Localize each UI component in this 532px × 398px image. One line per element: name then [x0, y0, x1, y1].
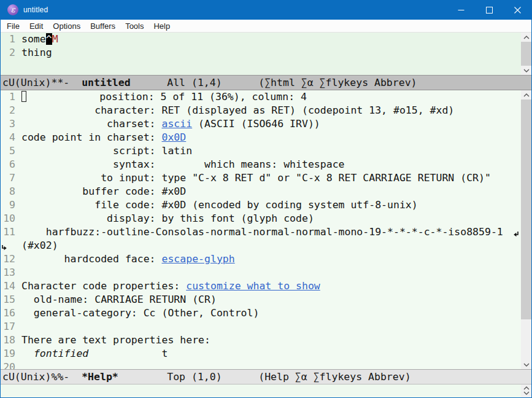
line-number: 2	[1, 46, 21, 60]
text-segment: some	[21, 33, 46, 45]
buffer-line[interactable]: 14Character code properties: customize w…	[1, 279, 521, 293]
buffer-line[interactable]: 8 buffer code: #x0D	[1, 185, 521, 198]
buffer-line[interactable]: 15 old-name: CARRIAGE RETURN (CR)	[1, 293, 521, 306]
menu-edit[interactable]: Edit	[25, 21, 48, 31]
text-segment: old-name: CARRIAGE RETURN (CR)	[21, 294, 217, 305]
menu-options[interactable]: Options	[48, 21, 85, 31]
scrollbar-minibuffer[interactable]	[521, 384, 531, 397]
window-title: untitled	[23, 6, 48, 14]
modeline-segment: Top (1,0)	[167, 371, 222, 383]
text-segment: syntax: which means: whitespace	[21, 158, 345, 170]
buffer-name: untitled	[82, 77, 130, 88]
text-segment: script: latin	[21, 145, 192, 157]
line-number: 4	[1, 131, 21, 144]
maximize-button[interactable]	[475, 0, 503, 20]
modeline-untitled[interactable]: cU(Unix)**- untitled All (1,4) (∑html ∑α…	[1, 75, 531, 90]
line-number: 12	[1, 252, 21, 266]
close-button[interactable]	[503, 0, 531, 20]
text-segment: thing	[21, 47, 52, 58]
buffer-line[interactable]: 11 harfbuzz:-outline-Consolas-normal-nor…	[1, 225, 521, 239]
echo-area[interactable]	[1, 384, 531, 397]
line-number: 18	[1, 334, 21, 347]
buffer-line[interactable]: 13	[1, 266, 521, 279]
line-number: 9	[1, 198, 21, 212]
minimize-button[interactable]	[447, 0, 475, 20]
text-segment: (ASCII (ISO646 IRV))	[192, 118, 320, 130]
scrollbar-help[interactable]	[521, 90, 531, 369]
scroll-down-icon[interactable]	[521, 360, 531, 369]
text-segment: (#x02)	[21, 240, 58, 251]
minibuffer-text[interactable]	[1, 384, 521, 397]
modeline-segment: cU(Unix)**-	[2, 77, 82, 88]
titlebar[interactable]: ε untitled	[1, 0, 531, 20]
buffer-line[interactable]: 20	[1, 361, 521, 369]
buffer-untitled-text[interactable]: 1some^M2thing	[1, 33, 521, 75]
help-link[interactable]: 0x0D	[161, 131, 186, 143]
help-link[interactable]: customize what to show	[186, 280, 320, 292]
text-segment: harfbuzz:-outline-Consolas-normal-normal…	[21, 226, 503, 238]
line-number: 13	[1, 266, 21, 279]
buffer-line[interactable]: 2 character: RET (displayed as RET) (cod…	[1, 104, 521, 117]
line-number: 5	[1, 144, 21, 158]
text-segment: position: 5 of 11 (36%), column: 4	[26, 91, 307, 103]
text-segment: code point in charset:	[21, 131, 161, 143]
window-controls	[447, 0, 531, 20]
buffer-line[interactable]: 5 script: latin	[1, 144, 521, 158]
line-number: 1	[1, 90, 21, 104]
window-help[interactable]: 1 position: 5 of 11 (36%), column: 42 ch…	[1, 90, 531, 369]
scroll-up-icon[interactable]	[521, 33, 531, 42]
buffer-line[interactable]: (#x02)	[1, 239, 521, 252]
text-segment: t	[88, 348, 168, 359]
scroll-down-icon[interactable]	[521, 66, 531, 75]
buffer-help-text[interactable]: 1 position: 5 of 11 (36%), column: 42 ch…	[1, 90, 521, 369]
buffer-line[interactable]: 16 general-category: Cc (Other, Control)	[1, 306, 521, 320]
text-segment: general-category: Cc (Other, Control)	[21, 307, 259, 319]
modeline-segment: (∑html ∑α ∑flykeys Abbrev)	[258, 77, 417, 88]
menu-file[interactable]: File	[2, 21, 25, 31]
buffer-name: *Help*	[82, 371, 118, 383]
buffer-line[interactable]: 9 file code: #x0D (encoded by coding sys…	[1, 198, 521, 212]
buffer-line[interactable]: 3 charset: ascii (ASCII (ISO646 IRV))	[1, 117, 521, 131]
line-number: 15	[1, 293, 21, 306]
buffer-line[interactable]: 7 to input: type "C-x 8 RET d" or "C-x 8…	[1, 171, 521, 185]
buffer-line[interactable]: 12 hardcoded face: escape-glyph	[1, 252, 521, 266]
escape-glyph-char: M	[52, 33, 58, 45]
buffer-line[interactable]: 6 syntax: which means: whitespace	[1, 158, 521, 171]
menu-tools[interactable]: Tools	[120, 21, 148, 31]
line-number: 2	[1, 104, 21, 117]
text-segment: to input: type "C-x 8 RET d" or "C-x 8 R…	[21, 172, 491, 184]
modeline-segment: (Help ∑α ∑flykeys Abbrev)	[258, 371, 411, 383]
modeline-help[interactable]: cU(Unix)%%- *Help* Top (1,0) (Help ∑α ∑f…	[1, 369, 531, 384]
window-untitled[interactable]: 1some^M2thing	[1, 33, 531, 75]
modeline-segment	[131, 77, 168, 88]
line-number: 1	[1, 33, 21, 46]
buffer-line[interactable]: 4code point in charset: 0x0D	[1, 131, 521, 144]
buffer-line[interactable]: 10 display: by this font (glyph code)	[1, 212, 521, 225]
buffer-line[interactable]: 17	[1, 320, 521, 334]
line-number: 6	[1, 158, 21, 171]
buffer-line[interactable]: 18There are text properties here:	[1, 334, 521, 347]
scrollbar-thumb[interactable]	[521, 99, 531, 319]
buffer-line[interactable]: 1some^M	[1, 33, 521, 46]
text-segment: Character code properties:	[21, 280, 186, 292]
line-number: 10	[1, 212, 21, 225]
scroll-up-icon[interactable]	[521, 90, 531, 99]
scrollbar-thumb[interactable]	[521, 42, 531, 66]
buffer-line[interactable]: 19 fontified t	[1, 347, 521, 361]
help-link[interactable]: ascii	[161, 118, 192, 130]
menu-buffers[interactable]: Buffers	[85, 21, 120, 31]
help-link[interactable]: escape-glyph	[161, 253, 234, 265]
buffer-line[interactable]: 1 position: 5 of 11 (36%), column: 4	[1, 90, 521, 104]
scrollbar-untitled[interactable]	[521, 33, 531, 75]
menu-help[interactable]: Help	[148, 21, 175, 31]
line-number: 16	[1, 306, 21, 320]
modeline-segment	[118, 371, 167, 383]
property-name: fontified	[34, 348, 88, 359]
modeline-segment	[222, 77, 259, 88]
line-number: 8	[1, 185, 21, 198]
text-segment: There are text properties here:	[21, 334, 210, 346]
line-number: 20	[1, 361, 21, 369]
buffer-line[interactable]: 2thing	[1, 46, 521, 60]
text-segment	[21, 348, 34, 359]
text-segment: file code: #x0D (encoded by coding syste…	[21, 199, 418, 211]
